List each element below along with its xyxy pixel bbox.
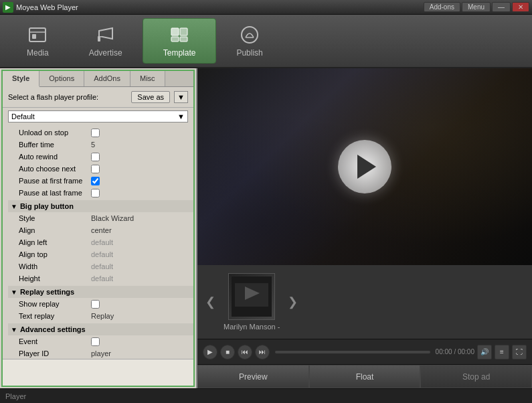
nav-media-label: Media [27,48,49,58]
setting-row-pauselast: Pause at last frame [8,187,193,199]
video-area [197,68,532,265]
setting-checkbox-event[interactable] [91,337,100,346]
playlist-track: Marilyn Manson - [224,273,280,331]
collapse-advanced-icon: ▼ [11,326,17,333]
setting-label-width: Width [11,262,91,270]
setting-label-aligntop: Align top [11,250,91,258]
advertise-icon [95,24,116,46]
nav-item-advertise[interactable]: Advertise [69,19,143,63]
title-left: ▶ Moyea Web Player [3,2,78,13]
setting-row-height: Height default [8,272,193,285]
right-panel: ❮ Marilyn Manson - ❯ ▶ ■ ⏮ [197,68,532,388]
setting-checkbox-autochoose[interactable] [91,165,100,173]
time-display: 00:00 / 00:00 [436,348,474,355]
setting-checkbox-pauselast[interactable] [91,189,100,197]
setting-row-buffer: Buffer time 5 [8,139,193,151]
profile-value: Default [11,112,35,120]
svg-rect-7 [171,37,179,42]
setting-label-pauselast: Pause at last frame [11,189,91,197]
float-button[interactable]: Float [309,365,421,388]
nav-bar: Media Advertise Template [0,15,532,68]
player-controls: ▶ ■ ⏮ ⏭ 00:00 / 00:00 🔊 ≡ ⛶ [197,339,532,364]
main-area: Style Options AddOns Misc Select a flash… [0,68,532,388]
section-bigplay-label: Big play button [20,202,74,210]
setting-label-unload: Unload on stop [11,129,91,137]
playlist-next-button[interactable]: ❯ [285,292,300,312]
nav-item-media[interactable]: Media [7,19,69,63]
progress-bar[interactable] [275,351,430,353]
setting-row-event: Event [8,335,193,347]
setting-row-aligntop: Align top default [8,248,193,260]
setting-label-alignleft: Align left [11,238,91,246]
setting-row-unload: Unload on stop [8,127,193,139]
save-as-dropdown-arrow[interactable]: ▼ [174,91,188,103]
playlist-prev-button[interactable]: ❮ [203,292,218,312]
setting-label-textreplay: Text replay [11,312,91,320]
setting-row-style: Style Black Wizard [8,212,193,224]
stop-ad-button[interactable]: Stop ad [420,365,532,388]
setting-value-buffer: 5 [91,141,191,149]
menu-button[interactable]: Menu [462,2,491,12]
section-replay[interactable]: ▼ Replay settings [8,286,193,298]
settings-list: Unload on stop Buffer time 5 Auto rewind [3,125,193,359]
setting-checkbox-autorewind[interactable] [91,153,100,161]
track-name: Marilyn Manson - [224,323,280,331]
tab-addons[interactable]: AddOns [84,71,130,86]
profile-label: Select a flash player profile: [8,93,127,101]
media-icon [27,24,48,46]
section-advanced-label: Advanced settings [20,325,86,333]
close-button[interactable]: ✕ [512,2,529,12]
nav-publish-label: Publish [236,48,262,58]
setting-label-buffer: Buffer time [11,141,91,149]
svg-rect-8 [180,37,187,42]
setting-row-playerid: Player ID player [8,347,193,359]
nav-item-template[interactable]: Template [143,18,217,64]
setting-value-align: center [91,226,191,234]
setting-value-textreplay: Replay [91,312,191,320]
ctrl-next-button[interactable]: ⏭ [255,345,270,359]
tabs: Style Options AddOns Misc [3,71,193,87]
save-as-button[interactable]: Save as [131,91,170,103]
status-player-label: Player [5,392,26,400]
publish-icon [239,24,260,46]
playlist-area: ❮ Marilyn Manson - ❯ [197,265,532,339]
setting-row-showreplay: Show replay [8,298,193,310]
left-panel: Style Options AddOns Misc Select a flash… [0,68,197,388]
setting-row-align: Align center [8,224,193,236]
svg-rect-4 [98,36,100,42]
ctrl-play-button[interactable]: ▶ [203,345,217,359]
addons-button[interactable]: Add-ons [424,2,460,12]
ctrl-volume-button[interactable]: 🔊 [477,345,492,359]
section-advanced[interactable]: ▼ Advanced settings [8,323,193,335]
section-bigplay[interactable]: ▼ Big play button [8,200,193,212]
setting-row-textreplay: Text replay Replay [8,310,193,322]
tab-misc[interactable]: Misc [130,71,165,86]
nav-item-publish[interactable]: Publish [216,19,282,63]
setting-label-style: Style [11,214,91,222]
ctrl-stop-button[interactable]: ■ [220,345,235,359]
setting-label-showreplay: Show replay [11,300,91,308]
left-bottom-area [3,359,193,386]
title-text: Moyea Web Player [16,3,78,11]
ctrl-prev-button[interactable]: ⏮ [238,345,252,359]
profile-dropdown[interactable]: Default ▼ [8,110,188,123]
setting-checkbox-unload[interactable] [91,129,100,137]
setting-label-event: Event [11,337,91,345]
tab-options[interactable]: Options [39,71,84,86]
setting-label-pausefirst: Pause at first frame [11,177,91,185]
setting-row-autorewind: Auto rewind [8,151,193,163]
section-replay-label: Replay settings [20,288,74,296]
setting-row-pausefirst: Pause at first frame [8,175,193,187]
preview-button[interactable]: Preview [197,365,309,388]
setting-row-alignleft: Align left default [8,236,193,248]
nav-advertise-label: Advertise [89,48,122,58]
ctrl-settings-button[interactable]: ≡ [495,345,509,359]
minimize-button[interactable]: — [492,2,511,12]
tab-style[interactable]: Style [3,71,39,87]
setting-value-height: default [91,274,191,283]
play-button[interactable] [338,140,391,193]
ctrl-fullscreen-button[interactable]: ⛶ [512,345,527,359]
setting-checkbox-showreplay[interactable] [91,300,100,309]
setting-checkbox-pausefirst[interactable] [91,177,100,185]
setting-value-style: Black Wizard [91,214,191,222]
